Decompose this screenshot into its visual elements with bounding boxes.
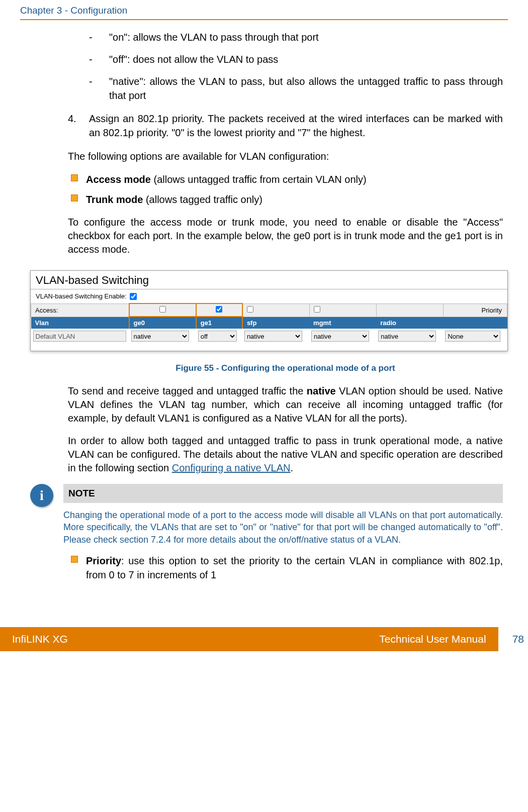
square-bullet-icon: [71, 194, 78, 201]
dash-bullet: -: [89, 30, 109, 44]
list-item: "on": allows the VLAN to pass through th…: [109, 30, 503, 44]
header-divider: [20, 19, 508, 20]
ge1-select[interactable]: off: [198, 331, 237, 342]
list-item: Trunk mode (allows tagged traffic only): [86, 192, 503, 207]
dash-bullet: -: [89, 74, 109, 103]
header-row: Vlan ge0 ge1 sfp mgmt radio: [31, 317, 507, 329]
paragraph: In order to allow both tagged and untagg…: [68, 434, 503, 475]
list-item: "off": does not allow the VLAN to pass: [109, 52, 503, 66]
footer-left: InfiLINK XG: [12, 633, 68, 645]
link-configuring-native-vlan[interactable]: Configuring a native VLAN: [172, 462, 291, 473]
dash-bullet: -: [89, 52, 109, 66]
footer-right: Technical User Manual: [379, 633, 486, 645]
mgmt-select[interactable]: native: [311, 331, 369, 342]
paragraph: The following options are available for …: [68, 150, 503, 163]
note-block: i NOTE Changing the operational mode of …: [30, 484, 503, 546]
priority-header: Priority: [443, 303, 507, 317]
panel-title: VLAN-based Switching: [31, 271, 507, 289]
access-ge1-checkbox[interactable]: [216, 306, 222, 313]
figure-caption: Figure 55 - Configuring the operational …: [68, 363, 503, 373]
bold-label: Access mode: [86, 174, 151, 185]
access-ge0-checkbox[interactable]: [159, 306, 166, 313]
col-radio: radio: [376, 317, 443, 329]
col-sfp: sfp: [242, 317, 309, 329]
bold-label: Priority: [86, 555, 121, 566]
list-item: Access mode (allows untagged traffic fro…: [86, 172, 503, 186]
list-item: Priority: use this option to set the pri…: [86, 554, 503, 582]
square-bullet-list: Priority: use this option to set the pri…: [68, 554, 503, 582]
priority-select[interactable]: None: [445, 331, 500, 342]
vlan-panel: VLAN-based Switching VLAN-based Switchin…: [30, 270, 508, 351]
text: : use this option to set the priority to…: [86, 555, 503, 580]
radio-select[interactable]: native: [378, 331, 436, 342]
footer: InfiLINK XG Technical User Manual 78: [0, 627, 528, 651]
list-item: "native": allows the VLAN to pass, but a…: [109, 74, 503, 103]
enable-label: VLAN-based Switching Enable:: [36, 292, 127, 300]
access-row: Access: Priority: [31, 303, 507, 317]
figure-vlan-switching: VLAN-based Switching VLAN-based Switchin…: [30, 270, 508, 351]
chapter-title: Chapter 3 - Configuration: [20, 5, 508, 16]
text: (allows tagged traffic only): [143, 194, 262, 205]
ge0-select[interactable]: native: [131, 331, 189, 342]
page-number: 78: [498, 627, 528, 651]
bold-label: Trunk mode: [86, 194, 143, 205]
square-bullet-icon: [71, 174, 78, 181]
paragraph: To send and receive tagged and untagged …: [68, 384, 503, 425]
note-body: Changing the operational mode of a port …: [63, 509, 503, 546]
bold-text: native: [307, 385, 336, 396]
text: (allows untagged traffic from certain VL…: [151, 174, 367, 185]
enable-row: VLAN-based Switching Enable:: [31, 289, 507, 303]
square-bullet-icon: [71, 556, 78, 563]
dash-list: -"on": allows the VLAN to pass through t…: [89, 30, 503, 103]
vlan-name-input[interactable]: [33, 331, 126, 342]
list-number: 4.: [68, 112, 89, 140]
col-mgmt: mgmt: [309, 317, 376, 329]
square-bullet-list: Access mode (allows untagged traffic fro…: [68, 172, 503, 207]
list-item: Assign an 802.1p priority. The packets r…: [89, 112, 503, 140]
col-ge0: ge0: [129, 317, 196, 329]
vlan-table: Access: Priority Vlan ge0 ge1 sfp mgmt: [31, 303, 507, 344]
text: .: [291, 462, 294, 473]
note-title: NOTE: [63, 484, 503, 503]
access-mgmt-checkbox[interactable]: [314, 306, 320, 313]
numbered-list: 4.Assign an 802.1p priority. The packets…: [68, 112, 503, 140]
data-row: native off native native native None: [31, 329, 507, 344]
col-vlan: Vlan: [31, 317, 129, 329]
text: To send and receive tagged and untagged …: [68, 385, 307, 396]
info-icon: i: [30, 484, 53, 507]
sfp-select[interactable]: native: [244, 331, 302, 342]
enable-checkbox[interactable]: [130, 293, 137, 300]
col-ge1: ge1: [196, 317, 242, 329]
access-label-cell: Access:: [31, 303, 129, 317]
paragraph: To configure the access mode or trunk mo…: [68, 216, 503, 256]
access-sfp-checkbox[interactable]: [247, 306, 253, 313]
